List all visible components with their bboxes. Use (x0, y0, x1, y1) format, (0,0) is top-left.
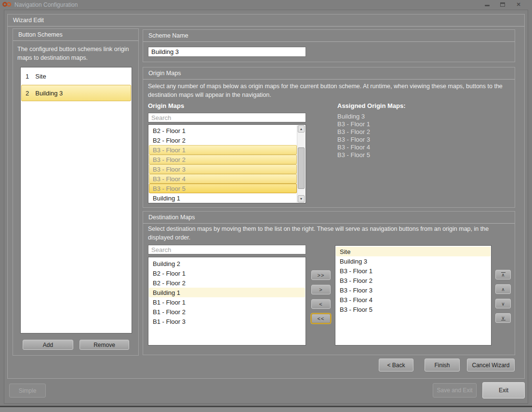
close-button[interactable]: ✕ (514, 1, 523, 8)
destination-chosen-row[interactable]: B3 - Floor 3 (336, 285, 491, 295)
move-down-button[interactable]: ∨ (495, 299, 511, 308)
scheme-list-item-selected[interactable]: 2 Building 3 (21, 85, 131, 101)
minimize-button[interactable] (483, 1, 492, 8)
origin-map-row[interactable]: Building 1 (149, 193, 297, 203)
save-and-exit-button[interactable]: Save and Exit (433, 383, 477, 398)
close-icon: ✕ (516, 1, 520, 8)
origin-map-row-focused[interactable]: B3 - Floor 5 (149, 184, 297, 193)
window-frame-bottom (0, 407, 532, 412)
scheme-name-label: Site (35, 73, 46, 80)
destination-available-row[interactable]: B1 - Floor 2 (149, 307, 305, 317)
minimize-icon (485, 5, 490, 6)
destination-chosen-row[interactable]: Building 3 (336, 256, 491, 266)
assigned-origin-maps-label: Assigned Origin Maps: (337, 102, 406, 109)
maximize-icon (500, 2, 505, 7)
move-right-button[interactable]: > (311, 285, 331, 294)
window-client-area: Wizard Edit Button Schemes The configure… (4, 10, 528, 404)
origin-maps-list-label: Origin Maps (148, 102, 184, 109)
scheme-list-item[interactable]: 1 Site (21, 68, 131, 84)
app-logo-icon (2, 1, 12, 7)
chevron-up-icon: ∧ (501, 287, 505, 292)
remove-button[interactable]: Remove (80, 340, 129, 350)
bottom-line-icon (501, 320, 505, 321)
scheme-number: 2 (26, 90, 29, 97)
assigned-origin-map: B3 - Floor 3 (337, 136, 370, 144)
scroll-down-icon: ▼ (300, 197, 303, 200)
scroll-down-button[interactable]: ▼ (298, 195, 305, 202)
destination-available-row[interactable]: B2 - Floor 1 (149, 268, 305, 278)
button-schemes-group: Button Schemes The configured button sch… (13, 28, 139, 356)
destination-chosen-list: Site Building 3 B3 - Floor 1 B3 - Floor … (335, 245, 492, 346)
origin-map-row[interactable]: B2 - Floor 1 (149, 126, 297, 135)
assigned-origin-map: B3 - Floor 2 (337, 128, 370, 136)
destination-available-row[interactable]: Building 2 (149, 259, 305, 268)
origin-maps-title: Origin Maps (143, 67, 515, 80)
assigned-origin-maps-list: Building 3 B3 - Floor 1 B3 - Floor 2 B3 … (337, 113, 370, 159)
scrollbar-thumb[interactable] (298, 147, 305, 189)
maximize-button[interactable] (498, 1, 507, 8)
navigation-configuration-window: { "window": { "title": "Navigation Confi… (0, 0, 532, 412)
simple-button[interactable]: Simple (9, 384, 46, 398)
destination-chosen-row[interactable]: B3 - Floor 4 (336, 295, 491, 305)
move-all-left-button[interactable]: << (311, 314, 331, 323)
finish-button[interactable]: Finish (425, 359, 460, 372)
scheme-number: 1 (26, 73, 29, 80)
move-up-button[interactable]: ∧ (495, 284, 511, 294)
assigned-origin-map: B3 - Floor 1 (337, 120, 370, 128)
titlebar: Navigation Configuration ✕ (0, 0, 532, 10)
destination-chosen-row[interactable]: B3 - Floor 2 (336, 276, 491, 285)
chevron-up-icon: ∧ (501, 273, 505, 277)
scroll-up-icon: ▲ (300, 127, 303, 131)
destination-maps-group: Destination Maps Select destination maps… (143, 211, 515, 355)
destination-chosen-row-inactive-selected[interactable]: Site (336, 247, 491, 256)
origin-map-row-selected[interactable]: B3 - Floor 1 (149, 145, 297, 155)
origin-maps-list: B2 - Floor 1 B2 - Floor 2 B3 - Floor 1 B… (148, 124, 306, 203)
move-to-bottom-button[interactable]: ∨ (495, 313, 511, 323)
add-button[interactable]: Add (23, 340, 73, 350)
cancel-wizard-button[interactable]: Cancel Wizard (467, 359, 515, 372)
scheme-name-title: Scheme Name (143, 30, 515, 42)
move-all-right-button[interactable]: >> (311, 270, 331, 280)
button-schemes-description: The configured button schemes link origi… (17, 45, 136, 62)
destination-chosen-row[interactable]: B3 - Floor 5 (336, 305, 491, 314)
origin-maps-scrollbar[interactable]: ▲ ▼ (297, 125, 305, 202)
destination-maps-description: Select destination maps by moving them t… (148, 225, 509, 242)
destination-available-row-inactive-selected[interactable]: Building 1 (149, 288, 305, 297)
back-button[interactable]: < Back (379, 359, 413, 372)
origin-map-row-selected[interactable]: B3 - Floor 2 (149, 155, 297, 164)
assigned-origin-map: B3 - Floor 5 (337, 151, 370, 159)
assigned-origin-map: Building 3 (337, 113, 370, 120)
scheme-name-group: Scheme Name (143, 29, 515, 62)
move-left-button[interactable]: < (311, 299, 331, 309)
destination-available-row[interactable]: B2 - Floor 2 (149, 278, 305, 288)
button-schemes-list: 1 Site 2 Building 3 (20, 67, 132, 333)
chevron-down-icon: ∨ (501, 316, 505, 320)
origin-maps-group: Origin Maps Select any number of maps be… (143, 67, 515, 208)
destination-maps-search-input[interactable] (148, 245, 306, 254)
destination-chosen-row[interactable]: B3 - Floor 1 (336, 266, 491, 276)
assigned-origin-map: B3 - Floor 4 (337, 144, 370, 151)
origin-map-row-selected[interactable]: B3 - Floor 3 (149, 164, 297, 174)
scroll-up-button[interactable]: ▲ (298, 125, 305, 133)
chevron-down-icon: ∨ (501, 301, 505, 306)
window-title: Navigation Configuration (14, 1, 78, 8)
destination-available-list: Building 2 B2 - Floor 1 B2 - Floor 2 Bui… (148, 257, 306, 346)
scheme-name-label: Building 3 (35, 90, 63, 97)
wizard-edit-title: Wizard Edit (8, 14, 524, 27)
exit-button[interactable]: Exit (482, 382, 525, 399)
origin-map-row[interactable]: B2 - Floor 2 (149, 135, 297, 145)
destination-available-row[interactable]: B1 - Floor 1 (149, 297, 305, 307)
origin-maps-description: Select any number of maps below as origi… (148, 82, 509, 99)
move-to-top-button[interactable]: ∧ (495, 270, 511, 279)
button-schemes-title: Button Schemes (13, 29, 138, 41)
origin-maps-search-input[interactable] (148, 113, 306, 122)
destination-available-row[interactable]: B1 - Floor 3 (149, 317, 305, 326)
scheme-name-input[interactable] (148, 47, 306, 57)
destination-maps-title: Destination Maps (143, 212, 515, 224)
origin-map-row-selected[interactable]: B3 - Floor 4 (149, 174, 297, 184)
